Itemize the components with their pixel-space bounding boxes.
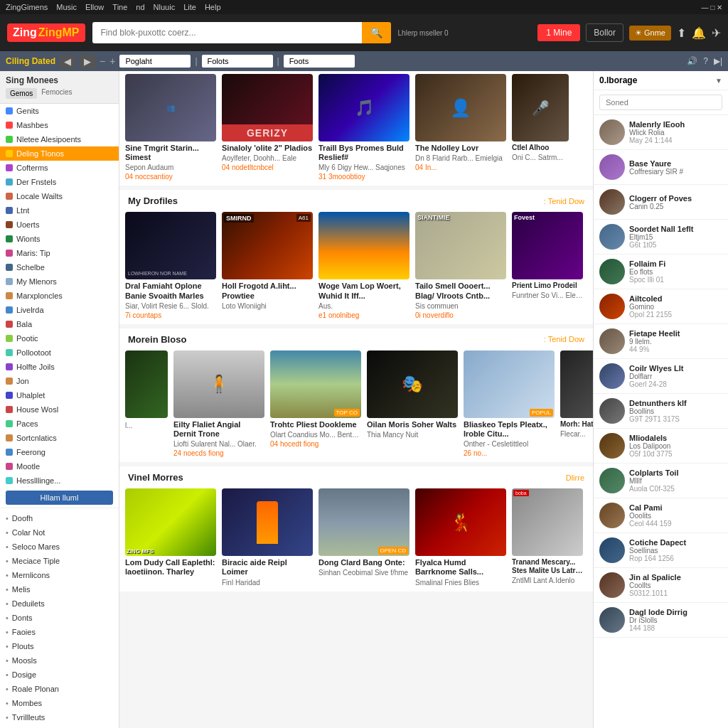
sidebar-item-jon[interactable]: Jon: [0, 374, 119, 388]
sidebar-bottom-doofh[interactable]: • Doofh: [0, 511, 119, 525]
sidebar-bottom-tvrillleuts[interactable]: • Tvrillleuts: [0, 710, 119, 724]
sidebar-item-genits[interactable]: Genits: [0, 104, 119, 118]
sidebar-item-marxploncles[interactable]: Marxploncles: [0, 289, 119, 303]
genres-tab[interactable]: Gemos: [6, 88, 37, 99]
sidebar-bottom-moosls[interactable]: • Moosls: [0, 653, 119, 668]
topnav-item-0[interactable]: ZingGimens: [6, 3, 48, 11]
drofile-card-1[interactable]: SMIRND A61 Holl Frogotd A.liht... Prowti…: [222, 212, 313, 321]
right-item-6[interactable]: Fietape Heelit 9 llelm. 44 9%: [594, 324, 728, 359]
morein-bloso-link[interactable]: : Tenid Dow: [544, 335, 584, 343]
morein-card-4[interactable]: POPUL Bliaskeo Tepls Pleatx., Iroble Cit…: [464, 350, 555, 459]
vinel-card-3[interactable]: 💃 Flyalca Humd Barrknome Salls... Smalin…: [415, 488, 506, 588]
sidebar-bottom-dosige[interactable]: • Dosige: [0, 668, 119, 682]
sidebar-item-housewosl[interactable]: House Wosl: [0, 402, 119, 417]
sidebar-bottom-deduilets[interactable]: • Deduilets: [0, 596, 119, 611]
sidebar-item-mashbes[interactable]: Mashbes: [0, 118, 119, 132]
right-item-10[interactable]: Colplarts Toil Mlllf Auola C0f-325: [594, 464, 728, 498]
sidebar-item-nletee[interactable]: Nletee Alesipoents: [0, 132, 119, 146]
nav-plus[interactable]: +: [109, 55, 115, 67]
sidebar-bottom-plouts[interactable]: • Plouts: [0, 639, 119, 653]
morein-card-2[interactable]: TOP CO Trohtc Pliest Dookleme Olart Coan…: [270, 350, 361, 459]
send-icon[interactable]: ✈: [712, 26, 721, 40]
subnav-input-3[interactable]: [284, 55, 355, 68]
sidebar-bottom-colarnot[interactable]: • Colar Not: [0, 525, 119, 540]
sidebar-item-deling[interactable]: Deling Tlonos: [0, 146, 119, 161]
right-item-9[interactable]: Mliodalels Los Dalipoon O5f 10d 3775: [594, 429, 728, 464]
sidebar-highlight-btn[interactable]: Hllam lluml: [6, 491, 113, 505]
morein-card-1[interactable]: 🧍 Eilty Flaliet Angial Dernit Trone Liof…: [173, 350, 264, 459]
right-item-11[interactable]: Cal Pami Ooolits Ceol 444 159: [594, 498, 728, 533]
right-search-input[interactable]: [599, 95, 722, 110]
sidebar-item-pootic[interactable]: Pootic: [0, 331, 119, 346]
my-drofiles-link[interactable]: : Tenid Dow: [544, 197, 584, 205]
top-card-2[interactable]: 🎵 Traill Bys Promes Buld Reslief# Mly 6 …: [318, 74, 410, 183]
right-item-7[interactable]: Coilr Wlyes Llt Dolflarr Goerl 24-28: [594, 359, 728, 394]
sidebar-item-locale[interactable]: Locale Wailts: [0, 189, 119, 203]
topnav-item-2[interactable]: Ellow: [85, 3, 104, 11]
drofile-card-0[interactable]: LOWHIERON NOR NAME Dral Famiaht Oplone B…: [125, 212, 216, 321]
sidebar-item-mymlenos[interactable]: My Mlenors: [0, 274, 119, 289]
sidebar-item-paces[interactable]: Paces: [0, 417, 119, 431]
search-input[interactable]: [92, 22, 362, 43]
sidebar-item-holfte[interactable]: Holfte Joils: [0, 360, 119, 374]
sidebar-item-hesslllinge[interactable]: Hesslllinge...: [0, 473, 119, 488]
top-card-1[interactable]: GERIZY Sinaloly 'olite 2" Pladios Aoylfe…: [222, 74, 313, 183]
right-item-3[interactable]: Soordet Nall 1eflt Eltjm15 G6t 1t05: [594, 220, 728, 255]
sidebar-item-der[interactable]: Der Fnstels: [0, 175, 119, 189]
top-card-0[interactable]: 👥 Sine Tmgrit Starin... Simest Sepon Aud…: [125, 74, 216, 183]
right-item-5[interactable]: Ailtcoled Gomino Opol 21 2155: [594, 289, 728, 324]
sidebar-item-bala[interactable]: Bala: [0, 317, 119, 331]
sidebar-item-feerong[interactable]: Feerong: [0, 445, 119, 459]
morein-card-3[interactable]: 🎭 Oilan Moris Soher Walts Thia Mancy Nui…: [367, 350, 458, 459]
topnav-item-7[interactable]: Help: [205, 3, 221, 11]
sidebar-bottom-mombes[interactable]: • Mombes: [0, 696, 119, 710]
sidebar-item-pollootoot[interactable]: Pollootoot: [0, 346, 119, 360]
drofile-card-4[interactable]: Fovest Prient Limo Prodeil Funrtner So V…: [512, 212, 583, 321]
drofile-card-2[interactable]: Woge Vam Lop Woert, Wuhid It Iff... Aus.…: [318, 212, 410, 321]
topnav-item-4[interactable]: nd: [136, 3, 144, 11]
sidebar-item-cofterms[interactable]: Cofterms: [0, 161, 119, 175]
top-card-3[interactable]: 👤 The Ndolley Lovr Dn 8 Flarid Rarb... E…: [415, 74, 506, 183]
bell-icon[interactable]: 🔔: [692, 26, 706, 40]
right-item-8[interactable]: Detnunthers klf Boollins G9T 29T1 317S: [594, 394, 728, 429]
topnav-item-6[interactable]: Lite: [183, 3, 196, 11]
morein-card-5[interactable]: Morh: Hater... Flecar...: [560, 350, 593, 459]
sidebar-item-sortcnlatics[interactable]: Sortcnlatics: [0, 431, 119, 445]
vinel-card-0[interactable]: ZING MFS Lom Dudy Call Eaplethl: laoetii…: [125, 488, 216, 588]
sidebar-bottom-mernlicons[interactable]: • Mernlicons: [0, 568, 119, 582]
search-button[interactable]: 🔍: [362, 22, 391, 43]
right-item-4[interactable]: Follaim Fi Eo flots Spoc Illi 01: [594, 255, 728, 289]
favorites-tab[interactable]: Femocies: [41, 88, 72, 99]
right-item-13[interactable]: Jin al Spalicle Coollts S0312.1011: [594, 568, 728, 603]
vinel-card-2[interactable]: OPEN CD Dong Clard Bang Onte: Sinhan Ceo…: [318, 488, 410, 588]
sidebar-item-maris[interactable]: Maris: Tip: [0, 246, 119, 260]
right-item-12[interactable]: Cotiche Dapect Soellinas Rop 164 1256: [594, 533, 728, 568]
help-icon[interactable]: ?: [703, 56, 708, 66]
topnav-item-1[interactable]: Music: [56, 3, 77, 11]
right-dropdown-toggle[interactable]: ▼: [715, 77, 722, 85]
sidebar-bottom-faoies[interactable]: • Faoies: [0, 625, 119, 639]
right-item-2[interactable]: Clogerr of Poves Canin 0.25: [594, 185, 728, 220]
topnav-item-5[interactable]: Nluuic: [154, 3, 176, 11]
vinel-card-4[interactable]: boba Tranand Mescary... Stes Malite Us L…: [512, 488, 583, 588]
subnav-input-2[interactable]: [202, 55, 273, 68]
sidebar-item-wionts[interactable]: Wionts: [0, 232, 119, 246]
sidebar-item-uhalplet[interactable]: Uhalplet: [0, 388, 119, 402]
sidebar-item-mootle[interactable]: Mootle: [0, 459, 119, 473]
subnav-input-1[interactable]: [119, 55, 191, 68]
nav-back[interactable]: ◀: [60, 55, 75, 68]
vinel-card-1[interactable]: Mao Dirty Biracic aide Reipl Loimer Finl…: [222, 488, 313, 588]
top-card-4[interactable]: 🎤 Ctlel Alhoo Oni C... Satrm...: [512, 74, 569, 183]
sidebar-bottom-roale[interactable]: • Roale Plonan: [0, 682, 119, 696]
right-item-1[interactable]: Base Yaure Coffresiary SIR #: [594, 150, 728, 185]
vinel-morres-link[interactable]: Dlirre: [566, 473, 584, 482]
sidebar-bottom-melis[interactable]: • Melis: [0, 582, 119, 596]
nav-forward[interactable]: ▶: [80, 55, 95, 68]
nav-minus[interactable]: −: [100, 55, 105, 67]
sidebar-bottom-meciace[interactable]: • Meciace Tiple: [0, 554, 119, 568]
sidebar-item-ltnt[interactable]: Ltnt: [0, 203, 119, 218]
upload-button[interactable]: ☀ Gnme: [629, 26, 671, 41]
sidebar-item-livelrda[interactable]: Livelrda: [0, 303, 119, 317]
mine-button[interactable]: 1 Mine: [537, 24, 580, 41]
play-next-icon[interactable]: ▶|: [714, 56, 722, 66]
